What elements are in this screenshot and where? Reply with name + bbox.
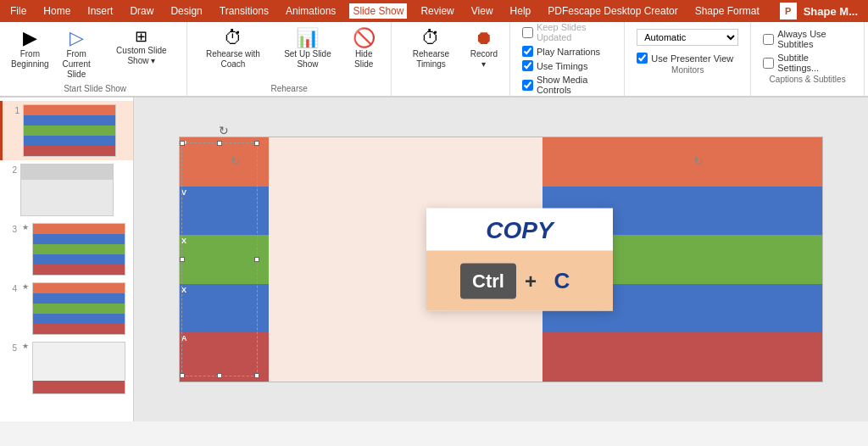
record-label: Record ▾ xyxy=(469,49,499,70)
keep-slides-updated-checkbox[interactable] xyxy=(522,27,533,38)
menu-pdfescape[interactable]: PDFescape Desktop Creator xyxy=(544,3,681,19)
slide-4-star: ★ xyxy=(22,282,29,291)
subtitle-settings-label: Subtitle Settings... xyxy=(777,53,852,73)
play-narrations-row: Play Narrations xyxy=(522,46,612,57)
ctrl-key: Ctrl xyxy=(460,263,516,298)
menu-bar: File Home Insert Draw Design Transitions… xyxy=(0,0,868,22)
menu-transitions[interactable]: Transitions xyxy=(216,3,272,19)
slide-item-1[interactable]: 1 xyxy=(0,101,133,160)
from-beginning-button[interactable]: ▶ From Beginning xyxy=(10,27,50,71)
menu-review[interactable]: Review xyxy=(417,3,457,19)
rehearse-group-label: Rehearse xyxy=(194,82,384,96)
from-beginning-label: From Beginning xyxy=(11,49,48,70)
start-slideshow-group-label: Start Slide Show xyxy=(10,82,180,96)
main-area: 1 2 3 ★ xyxy=(0,98,868,421)
use-presenter-view-checkbox[interactable] xyxy=(637,53,648,64)
subtitle-settings-row: Subtitle Settings... xyxy=(763,53,852,73)
captions-group-label: Captions & Subtitles xyxy=(758,73,857,86)
rotate-handle-right: ↻ xyxy=(693,154,704,168)
setup-slideshow-icon: 📊 xyxy=(296,29,319,47)
always-use-subtitles-label: Always Use Subtitles xyxy=(777,29,852,49)
use-timings-row: Use Timings xyxy=(522,60,612,71)
menu-file[interactable]: File xyxy=(7,3,30,19)
slide-thumb-3 xyxy=(32,223,125,276)
menu-view[interactable]: View xyxy=(468,3,497,19)
editor-area[interactable]: P V X X A xyxy=(134,98,868,421)
c-key: C xyxy=(545,263,579,299)
slide-num-1: 1 xyxy=(8,106,19,115)
slide-thumb-1 xyxy=(23,104,116,157)
show-media-controls-row: Show Media Controls xyxy=(522,75,612,95)
from-current-slide-button[interactable]: ▷ From Current Slide xyxy=(52,27,102,81)
slide-item-5[interactable]: 5 ★ xyxy=(0,338,133,398)
slide-panel[interactable]: 1 2 3 ★ xyxy=(0,98,134,421)
menu-home[interactable]: Home xyxy=(40,3,74,19)
slide-canvas: P V X X A xyxy=(179,137,823,382)
ribbon-group-record: ⏱ Rehearse Timings ⏺ Record ▾ xyxy=(392,22,510,96)
ribbon-group-monitors: Automatic Use Presenter View Monitors xyxy=(625,22,751,96)
subtitle-settings-checkbox[interactable] xyxy=(763,58,774,69)
menu-shape-format[interactable]: Shape Format xyxy=(692,3,763,19)
record-group-label xyxy=(398,92,503,96)
hide-slide-label: Hide Slide xyxy=(347,49,381,70)
custom-slide-show-button[interactable]: ⊞ Custom Slide Show ▾ xyxy=(103,27,180,68)
monitor-select[interactable]: Automatic xyxy=(637,29,738,46)
ribbon-group-captions: Always Use Subtitles Subtitle Settings..… xyxy=(751,22,865,96)
copy-popup-keys: Ctrl + C xyxy=(426,251,613,311)
slide-num-3: 3 xyxy=(5,225,17,234)
app-title: Shape M... xyxy=(800,3,861,20)
menu-slideshow[interactable]: Slide Show xyxy=(349,3,407,19)
slide-thumb-2 xyxy=(20,164,114,216)
custom-slideshow-label: Custom Slide Show ▾ xyxy=(106,46,176,66)
monitors-group-label: Monitors xyxy=(632,64,743,77)
slide-3-star: ★ xyxy=(22,223,29,231)
menu-draw[interactable]: Draw xyxy=(126,3,157,19)
use-timings-label: Use Timings xyxy=(537,61,588,71)
menu-animations[interactable]: Animations xyxy=(282,3,339,19)
slide-item-4[interactable]: 4 ★ xyxy=(0,279,133,338)
setup-slideshow-label: Set Up Slide Show xyxy=(277,49,339,70)
hide-slide-icon: 🚫 xyxy=(353,29,376,47)
play-narrations-label: Play Narrations xyxy=(537,47,600,57)
keep-slides-updated-row: Keep Slides Updated xyxy=(522,22,612,42)
use-presenter-view-row: Use Presenter View xyxy=(637,53,738,64)
ribbon-group-rehearse: ⏱ Rehearse with Coach 📊 Set Up Slide Sho… xyxy=(187,22,392,96)
copy-popup: COPY Ctrl + C xyxy=(426,209,613,311)
menu-help[interactable]: Help xyxy=(507,3,535,19)
always-use-subtitles-checkbox[interactable] xyxy=(763,34,774,45)
rehearse-coach-button[interactable]: ⏱ Rehearse with Coach xyxy=(194,27,271,71)
ribbon: File Home Insert Draw Design Transitions… xyxy=(0,0,868,98)
show-media-controls-label: Show Media Controls xyxy=(537,75,612,95)
record-button[interactable]: ⏺ Record ▾ xyxy=(465,27,503,71)
play-narrations-checkbox[interactable] xyxy=(522,46,533,57)
ribbon-content: ▶ From Beginning ▷ From Current Slide ⊞ … xyxy=(0,22,868,97)
slide-item-2[interactable]: 2 xyxy=(0,160,133,220)
slide-thumb-5 xyxy=(32,342,125,394)
slide-num-4: 4 xyxy=(5,284,17,293)
slide-item-3[interactable]: 3 ★ xyxy=(0,220,133,279)
from-current-label: From Current Slide xyxy=(55,49,98,80)
use-timings-checkbox[interactable] xyxy=(522,60,533,71)
menu-design[interactable]: Design xyxy=(167,3,205,19)
ribbon-group-setup: Keep Slides Updated Play Narrations Use … xyxy=(510,22,625,96)
hide-slide-button[interactable]: 🚫 Hide Slide xyxy=(343,27,384,71)
ribbon-group-start-slideshow: ▶ From Beginning ▷ From Current Slide ⊞ … xyxy=(3,22,187,96)
menu-insert[interactable]: Insert xyxy=(84,3,116,19)
slide-stripes-left: P V X X A xyxy=(180,137,269,382)
always-use-subtitles-row: Always Use Subtitles xyxy=(763,29,852,49)
ppt-logo: P xyxy=(780,3,797,20)
setup-slideshow-button[interactable]: 📊 Set Up Slide Show xyxy=(274,27,342,71)
from-beginning-icon: ▶ xyxy=(23,29,37,47)
copy-popup-title: COPY xyxy=(426,209,613,251)
plus-sign: + xyxy=(525,269,537,293)
rehearse-timings-icon: ⏱ xyxy=(421,29,440,47)
keep-slides-updated-label: Keep Slides Updated xyxy=(537,22,612,42)
show-media-controls-checkbox[interactable] xyxy=(522,80,533,91)
record-icon: ⏺ xyxy=(475,29,493,47)
rehearse-coach-icon: ⏱ xyxy=(224,29,242,47)
rehearse-timings-button[interactable]: ⏱ Rehearse Timings xyxy=(398,27,464,71)
slide-num-2: 2 xyxy=(5,165,17,175)
rotate-handle-left: ↻ xyxy=(231,154,241,168)
custom-slideshow-icon: ⊞ xyxy=(135,29,147,44)
use-presenter-view-label: Use Presenter View xyxy=(651,53,733,64)
